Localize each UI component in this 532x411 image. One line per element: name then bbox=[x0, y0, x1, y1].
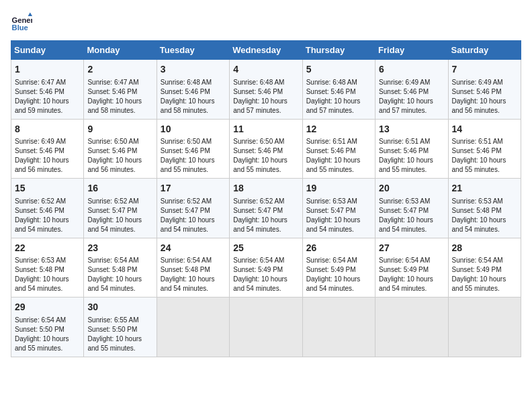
svg-text:General: General bbox=[12, 16, 32, 24]
day-number: 12 bbox=[306, 123, 371, 136]
day-number: 13 bbox=[379, 123, 444, 136]
day-cell: 13Sunrise: 6:51 AM Sunset: 5:46 PM Dayli… bbox=[375, 119, 448, 179]
day-cell: 18Sunrise: 6:52 AM Sunset: 5:47 PM Dayli… bbox=[230, 179, 302, 238]
day-info: Sunrise: 6:53 AM Sunset: 5:47 PM Dayligh… bbox=[379, 197, 444, 234]
day-cell: 15Sunrise: 6:52 AM Sunset: 5:46 PM Dayli… bbox=[11, 179, 84, 238]
header-cell-thursday: Thursday bbox=[302, 41, 375, 60]
day-info: Sunrise: 6:53 AM Sunset: 5:48 PM Dayligh… bbox=[452, 197, 517, 234]
day-cell bbox=[230, 298, 302, 357]
day-number: 22 bbox=[15, 242, 80, 255]
day-cell: 1Sunrise: 6:47 AM Sunset: 5:46 PM Daylig… bbox=[11, 60, 84, 120]
day-info: Sunrise: 6:54 AM Sunset: 5:49 PM Dayligh… bbox=[233, 256, 298, 293]
day-cell: 9Sunrise: 6:50 AM Sunset: 5:46 PM Daylig… bbox=[84, 119, 157, 179]
day-cell: 22Sunrise: 6:53 AM Sunset: 5:48 PM Dayli… bbox=[11, 238, 84, 298]
day-info: Sunrise: 6:48 AM Sunset: 5:46 PM Dayligh… bbox=[306, 78, 371, 116]
header-cell-wednesday: Wednesday bbox=[230, 41, 302, 60]
day-number: 6 bbox=[379, 63, 444, 77]
day-info: Sunrise: 6:55 AM Sunset: 5:50 PM Dayligh… bbox=[87, 316, 152, 353]
day-info: Sunrise: 6:50 AM Sunset: 5:46 PM Dayligh… bbox=[87, 137, 152, 175]
day-info: Sunrise: 6:52 AM Sunset: 5:47 PM Dayligh… bbox=[87, 197, 152, 234]
day-info: Sunrise: 6:47 AM Sunset: 5:46 PM Dayligh… bbox=[15, 78, 80, 116]
day-number: 26 bbox=[306, 242, 371, 255]
day-cell bbox=[157, 298, 229, 357]
day-cell: 25Sunrise: 6:54 AM Sunset: 5:49 PM Dayli… bbox=[230, 238, 302, 298]
day-cell: 23Sunrise: 6:54 AM Sunset: 5:48 PM Dayli… bbox=[84, 238, 157, 298]
day-cell: 21Sunrise: 6:53 AM Sunset: 5:48 PM Dayli… bbox=[448, 179, 521, 238]
day-info: Sunrise: 6:48 AM Sunset: 5:46 PM Dayligh… bbox=[233, 78, 298, 116]
day-cell: 14Sunrise: 6:51 AM Sunset: 5:46 PM Dayli… bbox=[448, 119, 521, 179]
day-number: 1 bbox=[15, 63, 80, 77]
day-cell: 4Sunrise: 6:48 AM Sunset: 5:46 PM Daylig… bbox=[230, 60, 302, 120]
logo-icon: General Blue bbox=[11, 11, 32, 32]
day-cell: 10Sunrise: 6:50 AM Sunset: 5:46 PM Dayli… bbox=[157, 119, 229, 179]
day-number: 28 bbox=[452, 242, 517, 255]
svg-text:Blue: Blue bbox=[12, 24, 28, 32]
day-cell: 12Sunrise: 6:51 AM Sunset: 5:46 PM Dayli… bbox=[302, 119, 375, 179]
header-cell-friday: Friday bbox=[375, 41, 448, 60]
day-cell: 26Sunrise: 6:54 AM Sunset: 5:49 PM Dayli… bbox=[302, 238, 375, 298]
day-number: 16 bbox=[87, 182, 152, 195]
day-info: Sunrise: 6:50 AM Sunset: 5:46 PM Dayligh… bbox=[233, 137, 298, 175]
day-info: Sunrise: 6:53 AM Sunset: 5:48 PM Dayligh… bbox=[15, 256, 80, 293]
day-number: 14 bbox=[452, 123, 517, 136]
day-number: 24 bbox=[161, 242, 226, 255]
week-row-5: 29Sunrise: 6:54 AM Sunset: 5:50 PM Dayli… bbox=[11, 298, 521, 357]
header-cell-sunday: Sunday bbox=[11, 41, 84, 60]
day-cell: 24Sunrise: 6:54 AM Sunset: 5:48 PM Dayli… bbox=[157, 238, 229, 298]
day-info: Sunrise: 6:54 AM Sunset: 5:49 PM Dayligh… bbox=[306, 256, 371, 293]
calendar-body: 1Sunrise: 6:47 AM Sunset: 5:46 PM Daylig… bbox=[11, 60, 521, 357]
day-number: 4 bbox=[233, 63, 298, 77]
day-info: Sunrise: 6:49 AM Sunset: 5:46 PM Dayligh… bbox=[379, 78, 444, 116]
day-cell bbox=[448, 298, 521, 357]
day-cell: 27Sunrise: 6:54 AM Sunset: 5:49 PM Dayli… bbox=[375, 238, 448, 298]
day-info: Sunrise: 6:51 AM Sunset: 5:46 PM Dayligh… bbox=[452, 137, 517, 175]
day-number: 21 bbox=[452, 182, 517, 195]
week-row-4: 22Sunrise: 6:53 AM Sunset: 5:48 PM Dayli… bbox=[11, 238, 521, 298]
day-cell: 5Sunrise: 6:48 AM Sunset: 5:46 PM Daylig… bbox=[302, 60, 375, 120]
day-number: 15 bbox=[15, 182, 80, 195]
day-info: Sunrise: 6:47 AM Sunset: 5:46 PM Dayligh… bbox=[87, 78, 152, 116]
page-header: General Blue bbox=[11, 11, 521, 32]
day-info: Sunrise: 6:54 AM Sunset: 5:50 PM Dayligh… bbox=[15, 316, 80, 353]
day-info: Sunrise: 6:50 AM Sunset: 5:46 PM Dayligh… bbox=[161, 137, 226, 175]
header-cell-saturday: Saturday bbox=[448, 41, 521, 60]
week-row-1: 1Sunrise: 6:47 AM Sunset: 5:46 PM Daylig… bbox=[11, 60, 521, 120]
day-number: 10 bbox=[161, 123, 226, 136]
header-cell-monday: Monday bbox=[84, 41, 157, 60]
week-row-3: 15Sunrise: 6:52 AM Sunset: 5:46 PM Dayli… bbox=[11, 179, 521, 238]
day-cell: 7Sunrise: 6:49 AM Sunset: 5:46 PM Daylig… bbox=[448, 60, 521, 120]
calendar-header: SundayMondayTuesdayWednesdayThursdayFrid… bbox=[11, 41, 521, 60]
day-cell: 17Sunrise: 6:52 AM Sunset: 5:47 PM Dayli… bbox=[157, 179, 229, 238]
day-info: Sunrise: 6:54 AM Sunset: 5:48 PM Dayligh… bbox=[87, 256, 152, 293]
day-info: Sunrise: 6:52 AM Sunset: 5:47 PM Dayligh… bbox=[233, 197, 298, 234]
day-info: Sunrise: 6:54 AM Sunset: 5:49 PM Dayligh… bbox=[379, 256, 444, 293]
day-cell bbox=[375, 298, 448, 357]
day-info: Sunrise: 6:52 AM Sunset: 5:47 PM Dayligh… bbox=[161, 197, 226, 234]
day-cell: 20Sunrise: 6:53 AM Sunset: 5:47 PM Dayli… bbox=[375, 179, 448, 238]
day-cell: 29Sunrise: 6:54 AM Sunset: 5:50 PM Dayli… bbox=[11, 298, 84, 357]
day-info: Sunrise: 6:53 AM Sunset: 5:47 PM Dayligh… bbox=[306, 197, 371, 234]
header-cell-tuesday: Tuesday bbox=[157, 41, 229, 60]
day-cell: 8Sunrise: 6:49 AM Sunset: 5:46 PM Daylig… bbox=[11, 119, 84, 179]
day-info: Sunrise: 6:54 AM Sunset: 5:48 PM Dayligh… bbox=[161, 256, 226, 293]
day-number: 19 bbox=[306, 182, 371, 195]
day-number: 23 bbox=[87, 242, 152, 255]
day-number: 30 bbox=[87, 301, 152, 314]
day-number: 2 bbox=[87, 63, 152, 77]
day-cell: 2Sunrise: 6:47 AM Sunset: 5:46 PM Daylig… bbox=[84, 60, 157, 120]
day-info: Sunrise: 6:51 AM Sunset: 5:46 PM Dayligh… bbox=[306, 137, 371, 175]
day-info: Sunrise: 6:54 AM Sunset: 5:49 PM Dayligh… bbox=[452, 256, 517, 293]
day-number: 9 bbox=[87, 123, 152, 136]
day-info: Sunrise: 6:49 AM Sunset: 5:46 PM Dayligh… bbox=[452, 78, 517, 116]
day-cell: 11Sunrise: 6:50 AM Sunset: 5:46 PM Dayli… bbox=[230, 119, 302, 179]
day-number: 8 bbox=[15, 123, 80, 136]
day-info: Sunrise: 6:48 AM Sunset: 5:46 PM Dayligh… bbox=[161, 78, 226, 116]
day-number: 18 bbox=[233, 182, 298, 195]
header-row: SundayMondayTuesdayWednesdayThursdayFrid… bbox=[11, 41, 521, 60]
day-number: 5 bbox=[306, 63, 371, 77]
day-cell: 3Sunrise: 6:48 AM Sunset: 5:46 PM Daylig… bbox=[157, 60, 229, 120]
day-cell: 28Sunrise: 6:54 AM Sunset: 5:49 PM Dayli… bbox=[448, 238, 521, 298]
day-number: 17 bbox=[161, 182, 226, 195]
day-number: 3 bbox=[161, 63, 226, 77]
day-cell: 30Sunrise: 6:55 AM Sunset: 5:50 PM Dayli… bbox=[84, 298, 157, 357]
